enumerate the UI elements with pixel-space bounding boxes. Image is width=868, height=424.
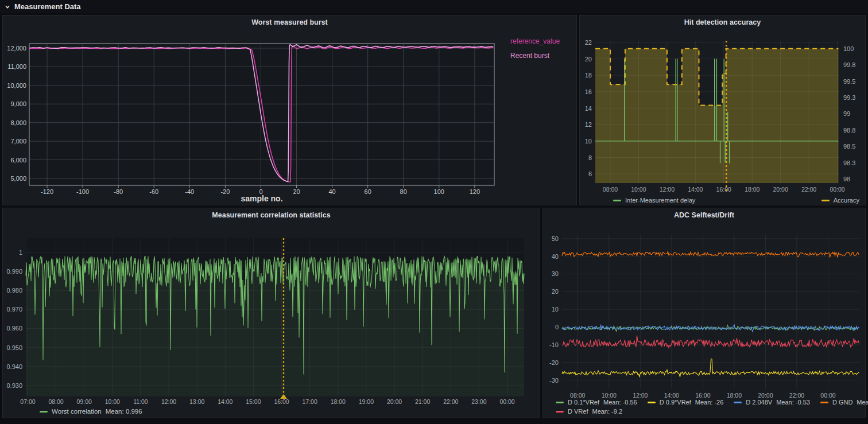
delay-legend-label: Inter-Measurement delay	[625, 197, 695, 204]
corr-chart-plot[interactable]: 10.9900.9800.9700.9600.9500.9400.93007:0…	[3, 208, 540, 418]
legend-item-d-09vref[interactable]: D 0.9*VRefMean: -26	[648, 399, 724, 406]
tick-label: 99.8	[843, 61, 855, 68]
d-01vref-label: D 0.1*VRef	[568, 399, 599, 406]
tick-label: 10,000	[7, 82, 26, 89]
tick-label: 99.3	[843, 94, 855, 101]
worst-correlation-legend-swatch	[40, 411, 48, 413]
tick-label: 0.940	[6, 363, 22, 370]
hit-chart-plot[interactable]: 222018161412108610099.899.599.39998.898.…	[580, 15, 865, 205]
tick-label: 00:00	[830, 186, 844, 193]
tick-label: 9,000	[10, 100, 26, 107]
d-vref-label: D VRef	[568, 408, 588, 415]
legend-item-d-gnd[interactable]: D GNDMean: 41.3	[820, 399, 868, 406]
d-09vref-mean: Mean: -26	[695, 399, 724, 406]
tick-label: 18:00	[331, 398, 346, 405]
chevron-down-icon	[5, 4, 10, 10]
tick-label: 8	[588, 154, 592, 161]
burst-chart-plot[interactable]: -120-100-80-60-40-200204060801001205,000…	[3, 15, 576, 205]
d-01vref-swatch	[556, 402, 564, 403]
tick-label: 50	[552, 235, 559, 242]
tick-label: 18:00	[745, 186, 760, 193]
burst-plot-bg	[29, 44, 494, 185]
d-2048v-label: D 2.048V	[746, 399, 772, 406]
tick-label: 20	[585, 56, 592, 63]
tick-label: 98.3	[843, 160, 855, 166]
panel-worst-measured-burst: Worst measured burst -120-100-80-60-40-2…	[2, 15, 577, 205]
tick-label: 80	[400, 188, 407, 195]
tick-label: 23:00	[471, 398, 486, 405]
tick-label: 0.930	[6, 382, 22, 389]
d-09vref-label: D 0.9*VRef	[660, 399, 691, 406]
legend-item-d-vref[interactable]: D VRefMean: -9.2	[556, 408, 622, 415]
legend-item-d-01vref[interactable]: D 0.1*VRefMean: -0.56	[556, 399, 637, 406]
d-gnd-mean: Mean: 41.3	[857, 399, 868, 406]
legend-item-d-2048v[interactable]: D 2.048VMean: -0.53	[734, 399, 810, 406]
tick-label: 100	[843, 45, 854, 52]
tick-label: 18	[585, 72, 592, 79]
tick-label: 40	[552, 253, 559, 260]
legend-item-inter-measurement-delay[interactable]: Inter-Measurement delay	[613, 197, 695, 204]
d-vref-swatch	[556, 411, 564, 413]
tick-label: 08:00	[48, 398, 63, 405]
delay-legend-swatch	[613, 200, 621, 201]
tick-label: -80	[114, 188, 123, 195]
tick-label: -20	[549, 359, 559, 366]
adc-legend: D 0.1*VRefMean: -0.56 D 0.9*VRefMean: -2…	[556, 398, 863, 416]
tick-label: 09:00	[77, 398, 92, 405]
x-axis-title: sample no.	[241, 194, 282, 203]
d-gnd-swatch	[820, 402, 828, 403]
tick-label: 17:00	[303, 398, 317, 405]
panel-hit-detection-accuracy: Hit detection accuracy 22201816141210861…	[579, 15, 866, 205]
tick-label: 99.5	[843, 78, 855, 85]
tick-label: 98	[843, 176, 850, 182]
tick-label: 100	[434, 188, 444, 195]
tick-label: 98.8	[843, 127, 855, 134]
tick-label: 1	[19, 249, 22, 256]
tick-label: 12,000	[7, 45, 26, 52]
tick-label: 16:00	[716, 186, 731, 193]
tick-label: 0.970	[6, 306, 22, 313]
adc-chart-plot[interactable]: 50403020100-10-20-3008:0010:0012:0014:00…	[543, 208, 865, 418]
tick-label: 10	[585, 138, 592, 145]
panel-title-hit-detection-accuracy[interactable]: Hit detection accuracy	[580, 18, 865, 26]
tick-label: 19:00	[359, 398, 374, 405]
panel-title-worst-measured-burst[interactable]: Worst measured burst	[3, 18, 576, 26]
tick-label: -100	[76, 188, 89, 195]
tick-label: 12:00	[161, 398, 176, 405]
tick-label: 98.5	[843, 143, 855, 150]
legend-item-reference-value[interactable]: reference_value	[510, 37, 560, 45]
tick-label: 120	[470, 188, 480, 195]
tick-label: 12:00	[660, 186, 675, 193]
legend-item-worst-correlation[interactable]: Worst correlationMean: 0.996	[40, 408, 142, 415]
tick-label: 0.980	[6, 287, 22, 294]
series-line-d-gnd	[562, 251, 859, 258]
tick-label: 16	[585, 88, 592, 95]
d-09vref-swatch	[648, 402, 656, 403]
tick-label: 08:00	[603, 186, 618, 193]
accuracy-legend-swatch	[822, 200, 830, 201]
section-header-measurement-data[interactable]: Measurement Data	[0, 0, 868, 13]
tick-label: -40	[185, 188, 194, 195]
legend-item-accuracy[interactable]: Accuracy	[822, 197, 859, 204]
panel-title-adc-selftest-drift[interactable]: ADC Selftest/Drift	[543, 211, 865, 219]
worst-correlation-mean: Mean: 0.996	[106, 408, 142, 415]
series-line-d-0-9-vref	[562, 359, 859, 377]
tick-label: 14:00	[218, 398, 232, 405]
tick-label: 12	[585, 121, 592, 128]
panel-measurement-correlation-statistics: Measurement correlation statistics 10.99…	[2, 208, 540, 418]
tick-label: 00:00	[499, 398, 514, 405]
tick-label: 0.990	[6, 268, 22, 275]
tick-label: 30	[552, 270, 559, 277]
tick-label: 20:00	[773, 186, 788, 193]
tick-label: 22	[585, 39, 592, 46]
adc-legend-row-1: D 0.1*VRefMean: -0.56 D 0.9*VRefMean: -2…	[556, 398, 863, 407]
tick-label: 5,000	[10, 175, 26, 182]
tick-label: -30	[549, 377, 559, 384]
tick-label: 20	[552, 288, 559, 295]
tick-label: 0.950	[6, 344, 22, 351]
tick-label: 10:00	[631, 186, 646, 193]
panel-title-measurement-correlation[interactable]: Measurement correlation statistics	[3, 211, 540, 219]
tick-label: 0.960	[6, 325, 22, 332]
legend-item-recent-burst[interactable]: Recent burst	[510, 52, 560, 60]
d-vref-mean: Mean: -9.2	[592, 408, 622, 415]
